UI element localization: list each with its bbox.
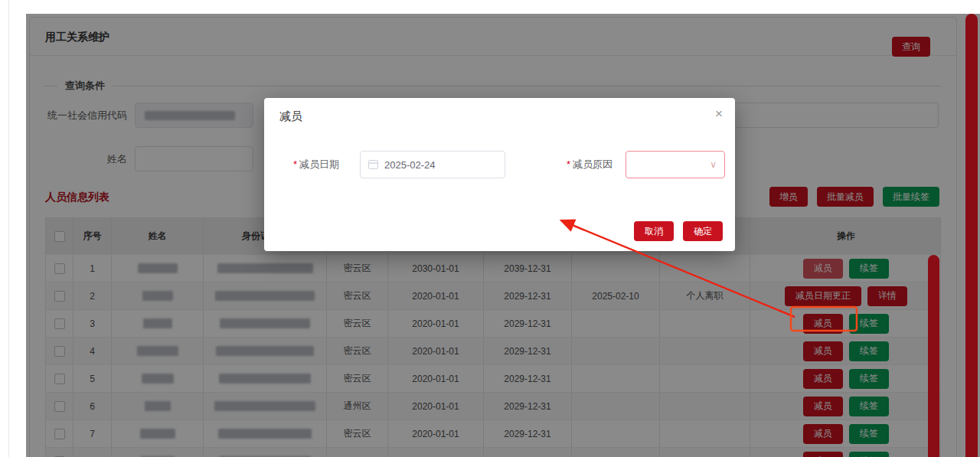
close-icon[interactable]: × — [715, 107, 723, 120]
required-asterisk: * — [293, 158, 297, 170]
table-scrollbar[interactable] — [928, 255, 939, 457]
modal-footer: 取消 确定 — [634, 221, 723, 241]
chevron-down-icon: ∨ — [710, 159, 717, 170]
sidebar-divider — [8, 0, 9, 457]
modal-title: 减员 — [279, 109, 302, 124]
confirm-button[interactable]: 确定 — [683, 221, 723, 241]
page: 用工关系维护 查询 查询条件 统一社会信用代码 姓名 人员信息列表 增员 批量减… — [0, 0, 980, 457]
required-asterisk: * — [567, 158, 570, 170]
reduce-date-value: 2025-02-24 — [384, 159, 436, 171]
reduce-date-input[interactable]: 2025-02-24 — [360, 151, 505, 178]
reduce-reason-select[interactable]: ∨ — [626, 151, 725, 178]
reduce-reason-label: *减员原因 — [567, 151, 612, 178]
reduce-date-label: *减员日期 — [293, 151, 339, 178]
cancel-button[interactable]: 取消 — [634, 221, 674, 241]
calendar-icon — [368, 160, 378, 169]
reduce-staff-modal: 减员 × *减员日期 2025-02-24 *减员原因 ∨ 取消 确定 — [264, 98, 735, 251]
page-scrollbar[interactable] — [965, 14, 978, 457]
